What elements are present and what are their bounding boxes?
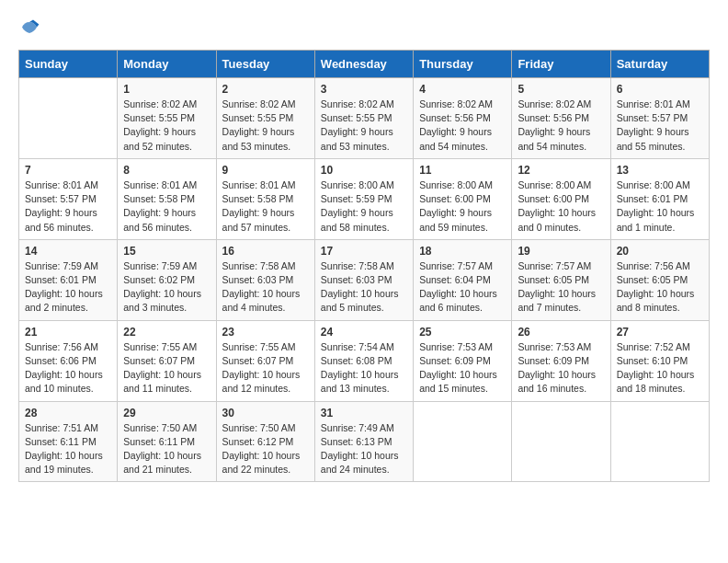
day-number: 12 (518, 164, 604, 177)
week-row-2: 7Sunrise: 8:01 AMSunset: 5:57 PMDaylight… (19, 158, 710, 239)
day-number: 1 (123, 83, 210, 96)
day-cell: 14Sunrise: 7:59 AMSunset: 6:01 PMDayligh… (19, 239, 118, 320)
day-number: 3 (321, 83, 407, 96)
day-cell (19, 78, 118, 159)
day-number: 21 (25, 326, 111, 339)
day-cell: 9Sunrise: 8:01 AMSunset: 5:58 PMDaylight… (216, 158, 314, 239)
col-header-tuesday: Tuesday (216, 51, 314, 78)
day-info: Sunrise: 8:02 AMSunset: 5:55 PMDaylight:… (321, 98, 407, 154)
day-number: 18 (419, 245, 506, 258)
day-info: Sunrise: 7:49 AMSunset: 6:13 PMDaylight:… (321, 421, 407, 477)
day-number: 29 (123, 407, 210, 419)
day-number: 10 (321, 164, 407, 177)
day-cell: 17Sunrise: 7:58 AMSunset: 6:03 PMDayligh… (314, 239, 413, 320)
day-cell (610, 401, 709, 482)
day-number: 11 (419, 164, 506, 177)
day-info: Sunrise: 7:53 AMSunset: 6:09 PMDaylight:… (419, 340, 506, 396)
day-info: Sunrise: 7:50 AMSunset: 6:11 PMDaylight:… (123, 421, 210, 477)
day-info: Sunrise: 8:00 AMSunset: 6:00 PMDaylight:… (518, 178, 604, 235)
col-header-sunday: Sunday (19, 51, 118, 78)
week-row-1: 1Sunrise: 8:02 AMSunset: 5:55 PMDaylight… (19, 78, 710, 159)
day-info: Sunrise: 7:56 AMSunset: 6:06 PMDaylight:… (25, 340, 111, 396)
day-info: Sunrise: 7:51 AMSunset: 6:11 PMDaylight:… (25, 421, 111, 477)
day-cell: 31Sunrise: 7:49 AMSunset: 6:13 PMDayligh… (314, 401, 413, 482)
day-number: 16 (222, 245, 309, 258)
header-row: SundayMondayTuesdayWednesdayThursdayFrid… (19, 51, 710, 78)
day-info: Sunrise: 8:01 AMSunset: 5:58 PMDaylight:… (222, 178, 309, 235)
day-number: 7 (25, 164, 111, 177)
day-cell: 30Sunrise: 7:50 AMSunset: 6:12 PMDayligh… (216, 401, 314, 482)
week-row-4: 21Sunrise: 7:56 AMSunset: 6:06 PMDayligh… (19, 320, 710, 401)
day-info: Sunrise: 7:58 AMSunset: 6:03 PMDaylight:… (222, 259, 309, 316)
col-header-wednesday: Wednesday (314, 51, 413, 78)
day-cell: 5Sunrise: 8:02 AMSunset: 5:56 PMDaylight… (512, 78, 610, 159)
day-cell: 1Sunrise: 8:02 AMSunset: 5:55 PMDaylight… (118, 78, 216, 159)
week-row-3: 14Sunrise: 7:59 AMSunset: 6:01 PMDayligh… (19, 239, 710, 320)
day-number: 28 (25, 407, 111, 419)
col-header-saturday: Saturday (610, 51, 709, 78)
day-number: 30 (222, 407, 309, 419)
day-cell: 21Sunrise: 7:56 AMSunset: 6:06 PMDayligh… (19, 320, 118, 401)
day-number: 26 (518, 326, 604, 339)
day-number: 20 (617, 245, 703, 258)
day-cell: 18Sunrise: 7:57 AMSunset: 6:04 PMDayligh… (414, 239, 512, 320)
day-info: Sunrise: 8:02 AMSunset: 5:55 PMDaylight:… (123, 98, 210, 154)
day-number: 23 (222, 326, 309, 339)
day-info: Sunrise: 8:01 AMSunset: 5:57 PMDaylight:… (617, 98, 703, 154)
logo-icon (18, 18, 40, 40)
page-header (18, 18, 710, 40)
day-number: 22 (123, 326, 210, 339)
day-cell: 10Sunrise: 8:00 AMSunset: 5:59 PMDayligh… (314, 158, 413, 239)
day-cell: 23Sunrise: 7:55 AMSunset: 6:07 PMDayligh… (216, 320, 314, 401)
day-cell: 16Sunrise: 7:58 AMSunset: 6:03 PMDayligh… (216, 239, 314, 320)
day-info: Sunrise: 7:50 AMSunset: 6:12 PMDaylight:… (222, 421, 309, 477)
day-number: 17 (321, 245, 407, 258)
day-cell: 11Sunrise: 8:00 AMSunset: 6:00 PMDayligh… (414, 158, 512, 239)
day-cell: 2Sunrise: 8:02 AMSunset: 5:55 PMDaylight… (216, 78, 314, 159)
day-cell: 24Sunrise: 7:54 AMSunset: 6:08 PMDayligh… (314, 320, 413, 401)
day-cell: 8Sunrise: 8:01 AMSunset: 5:58 PMDaylight… (118, 158, 216, 239)
day-cell: 19Sunrise: 7:57 AMSunset: 6:05 PMDayligh… (512, 239, 610, 320)
day-number: 14 (25, 245, 111, 258)
day-info: Sunrise: 7:59 AMSunset: 6:01 PMDaylight:… (25, 259, 111, 316)
day-info: Sunrise: 8:01 AMSunset: 5:58 PMDaylight:… (123, 178, 210, 235)
day-number: 31 (321, 407, 407, 419)
day-number: 5 (518, 83, 604, 96)
day-info: Sunrise: 8:02 AMSunset: 5:56 PMDaylight:… (419, 98, 506, 154)
calendar-table: SundayMondayTuesdayWednesdayThursdayFrid… (18, 50, 710, 482)
day-info: Sunrise: 8:02 AMSunset: 5:56 PMDaylight:… (518, 98, 604, 154)
day-cell: 25Sunrise: 7:53 AMSunset: 6:09 PMDayligh… (414, 320, 512, 401)
day-info: Sunrise: 7:59 AMSunset: 6:02 PMDaylight:… (123, 259, 210, 316)
day-cell: 6Sunrise: 8:01 AMSunset: 5:57 PMDaylight… (610, 78, 709, 159)
day-info: Sunrise: 7:52 AMSunset: 6:10 PMDaylight:… (617, 340, 703, 396)
col-header-thursday: Thursday (414, 51, 512, 78)
day-number: 27 (617, 326, 703, 339)
day-info: Sunrise: 7:56 AMSunset: 6:05 PMDaylight:… (617, 259, 703, 316)
day-cell (512, 401, 610, 482)
logo (18, 18, 44, 40)
day-cell: 22Sunrise: 7:55 AMSunset: 6:07 PMDayligh… (118, 320, 216, 401)
day-info: Sunrise: 7:57 AMSunset: 6:05 PMDaylight:… (518, 259, 604, 316)
day-cell: 29Sunrise: 7:50 AMSunset: 6:11 PMDayligh… (118, 401, 216, 482)
day-info: Sunrise: 8:02 AMSunset: 5:55 PMDaylight:… (222, 98, 309, 154)
day-number: 19 (518, 245, 604, 258)
day-info: Sunrise: 8:01 AMSunset: 5:57 PMDaylight:… (25, 178, 111, 235)
day-cell: 13Sunrise: 8:00 AMSunset: 6:01 PMDayligh… (610, 158, 709, 239)
day-info: Sunrise: 7:55 AMSunset: 6:07 PMDaylight:… (222, 340, 309, 396)
day-cell: 7Sunrise: 8:01 AMSunset: 5:57 PMDaylight… (19, 158, 118, 239)
day-info: Sunrise: 7:55 AMSunset: 6:07 PMDaylight:… (123, 340, 210, 396)
col-header-friday: Friday (512, 51, 610, 78)
day-number: 25 (419, 326, 506, 339)
day-number: 4 (419, 83, 506, 96)
day-info: Sunrise: 8:00 AMSunset: 6:00 PMDaylight:… (419, 178, 506, 235)
day-cell: 27Sunrise: 7:52 AMSunset: 6:10 PMDayligh… (610, 320, 709, 401)
day-cell: 15Sunrise: 7:59 AMSunset: 6:02 PMDayligh… (118, 239, 216, 320)
day-cell: 20Sunrise: 7:56 AMSunset: 6:05 PMDayligh… (610, 239, 709, 320)
day-number: 9 (222, 164, 309, 177)
day-number: 15 (123, 245, 210, 258)
day-info: Sunrise: 7:54 AMSunset: 6:08 PMDaylight:… (321, 340, 407, 396)
day-number: 13 (617, 164, 703, 177)
day-number: 24 (321, 326, 407, 339)
day-cell: 26Sunrise: 7:53 AMSunset: 6:09 PMDayligh… (512, 320, 610, 401)
col-header-monday: Monday (118, 51, 216, 78)
